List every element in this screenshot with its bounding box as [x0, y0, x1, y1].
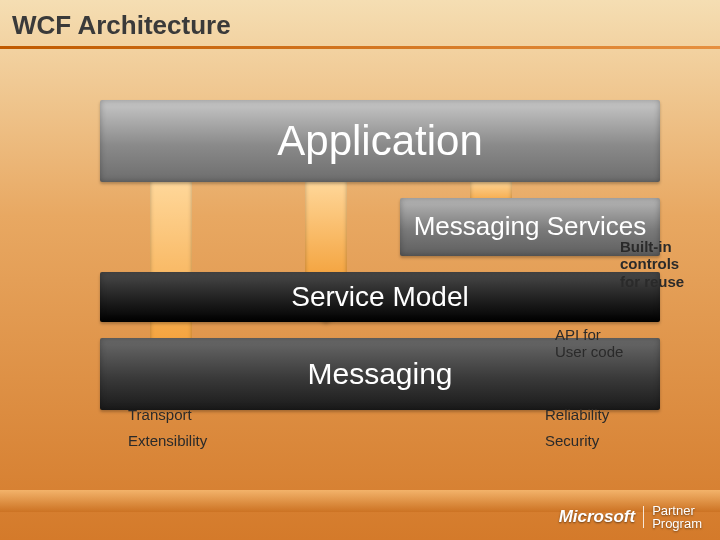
partner-line2: Program — [652, 516, 702, 531]
slide-title: WCF Architecture — [12, 10, 231, 41]
title-underline — [0, 46, 720, 49]
messaging-item-extensibility: Extensibility — [128, 432, 207, 449]
footer-logo: Microsoft Partner Program — [559, 504, 702, 530]
diagram-stage: Application Messaging Services Service M… — [100, 100, 660, 426]
messaging-item-security: Security — [545, 432, 599, 449]
annotation-builtin: Built-in controls for reuse — [620, 238, 700, 290]
messaging-item-transport: Transport — [128, 406, 192, 423]
logo-separator-icon — [643, 506, 644, 528]
microsoft-logo: Microsoft — [559, 507, 636, 527]
partner-program-label: Partner Program — [652, 504, 702, 530]
layer-application: Application — [100, 100, 660, 182]
messaging-item-reliability: Reliability — [545, 406, 609, 423]
annotation-api: API for User code — [555, 326, 623, 361]
layer-service-model: Service Model — [100, 272, 660, 322]
